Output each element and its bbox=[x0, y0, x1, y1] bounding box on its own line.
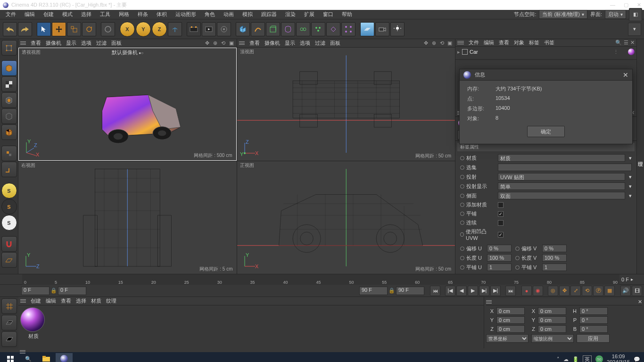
max-button[interactable]: ▢ bbox=[624, 2, 628, 8]
render-queue[interactable] bbox=[217, 22, 231, 36]
render-view[interactable] bbox=[202, 22, 216, 36]
sound-icon[interactable]: 🔊 bbox=[620, 286, 631, 296]
material-thumbnail[interactable]: 材质 bbox=[20, 307, 47, 346]
menu-tracker[interactable]: 跟踪器 bbox=[257, 10, 281, 19]
generator[interactable] bbox=[266, 22, 280, 36]
floor-obj[interactable] bbox=[360, 22, 374, 36]
viewport-solo[interactable] bbox=[1, 162, 17, 177]
film-icon[interactable]: 🎞 bbox=[632, 286, 642, 296]
apply-button[interactable]: 应用 bbox=[577, 334, 610, 343]
next-frame[interactable]: ▶| bbox=[479, 286, 489, 296]
tray-badge[interactable]: 50 bbox=[595, 355, 603, 362]
make-editable[interactable] bbox=[1, 40, 17, 56]
coord-space-select[interactable]: 世界坐标 bbox=[486, 334, 528, 343]
info-close-button[interactable]: ✕ bbox=[623, 71, 628, 79]
uv-mode[interactable] bbox=[1, 92, 17, 108]
menu-help[interactable]: 帮助 bbox=[338, 10, 356, 19]
time-from[interactable]: 0 F bbox=[58, 287, 86, 295]
viewport-right[interactable]: 右视图 YZ 网格间距 : 5 cm bbox=[18, 161, 237, 274]
grid-icon-3[interactable] bbox=[1, 331, 17, 347]
undo-button[interactable] bbox=[3, 22, 17, 36]
object-manager[interactable]: ▸ Car ⋮ bbox=[455, 47, 636, 60]
enable-axis[interactable] bbox=[1, 146, 17, 161]
visibility-dots[interactable]: ⋮ bbox=[613, 49, 619, 55]
time-end[interactable]: 90 F bbox=[396, 287, 424, 295]
prev-frame[interactable]: ◀ bbox=[456, 286, 467, 296]
timeline-ruler[interactable]: 051015202530354045505560657075808590 0 F… bbox=[0, 274, 644, 284]
layout-button[interactable]: ◧ bbox=[629, 8, 642, 21]
snap-s3[interactable]: S bbox=[1, 215, 17, 230]
menu-mode[interactable]: 模式 bbox=[58, 10, 76, 19]
menu-mesh[interactable]: 网格 bbox=[115, 10, 133, 19]
axis-x[interactable]: X bbox=[120, 22, 135, 37]
next-key[interactable]: ▶| bbox=[490, 286, 501, 296]
menu-tools[interactable]: 工具 bbox=[96, 10, 114, 19]
viewport-front[interactable]: 正视图 YX 网格间距 : 50 cm bbox=[237, 161, 455, 274]
texture-mode[interactable] bbox=[1, 76, 17, 92]
key-param[interactable]: Ⓟ bbox=[593, 286, 603, 296]
menu-animation[interactable]: 动画 bbox=[220, 10, 238, 19]
tray-clock[interactable]: 16:092024/3/15 bbox=[607, 354, 630, 362]
key-pla[interactable]: ▦ bbox=[604, 286, 615, 296]
viewport-top[interactable]: 顶视图 ZXY 网格间距 : 50 cm bbox=[237, 48, 455, 161]
menu-mograph[interactable]: 运动图形 bbox=[172, 10, 200, 19]
coord-scale-select[interactable]: 缩放比例 bbox=[531, 334, 574, 343]
axis-y[interactable]: Y bbox=[136, 22, 151, 37]
menu-render[interactable]: 渲染 bbox=[281, 10, 299, 19]
select-tool[interactable] bbox=[37, 22, 51, 36]
point-mode[interactable] bbox=[1, 108, 17, 124]
menu-select[interactable]: 选择 bbox=[77, 10, 95, 19]
tray-battery-icon[interactable]: 🔋 bbox=[572, 356, 579, 362]
menu-file[interactable]: 文件 bbox=[2, 10, 20, 19]
close-panel-icon[interactable]: ✕ bbox=[630, 40, 635, 46]
deformer[interactable] bbox=[281, 22, 295, 36]
tray-up-icon[interactable]: ˄ bbox=[557, 356, 560, 362]
time-start[interactable]: 0 F bbox=[21, 287, 50, 295]
snap-s2[interactable]: S bbox=[1, 199, 17, 214]
key-pos[interactable]: ✥ bbox=[559, 286, 570, 296]
camera-tool[interactable] bbox=[375, 22, 389, 36]
lock-start-icon[interactable]: 🔒 bbox=[50, 288, 57, 294]
filter-icon[interactable]: ☰ bbox=[624, 40, 628, 46]
autokey[interactable]: ◉ bbox=[533, 286, 543, 296]
model-mode[interactable] bbox=[1, 60, 17, 76]
vp-rotate-icon[interactable]: ⟲ bbox=[220, 40, 227, 47]
goto-end[interactable]: ⏭ bbox=[505, 286, 516, 296]
menu-extensions[interactable]: 扩展 bbox=[300, 10, 318, 19]
start-button[interactable] bbox=[2, 353, 19, 362]
search-icon[interactable]: 🔍 bbox=[615, 40, 622, 46]
palette-menu[interactable]: ▾ bbox=[628, 23, 641, 36]
field[interactable] bbox=[296, 22, 310, 36]
vp-pan-icon[interactable]: ✥ bbox=[204, 40, 211, 47]
camera-obj[interactable] bbox=[326, 22, 340, 36]
tray-notifications[interactable]: 💬 bbox=[634, 356, 640, 362]
key-rot[interactable]: ⟲ bbox=[582, 286, 592, 296]
key-selection[interactable]: ◎ bbox=[548, 286, 558, 296]
key-scale[interactable]: ⤢ bbox=[570, 286, 581, 296]
viewport-perspective[interactable]: 透视视图 默认摄像机 ●○ YXZ 网格间距 : 500 cm bbox=[18, 48, 237, 161]
grid-icon-2[interactable] bbox=[1, 315, 17, 330]
material-tag-icon[interactable] bbox=[628, 49, 635, 55]
magnet-tool[interactable] bbox=[1, 236, 17, 252]
prev-key[interactable]: |◀ bbox=[445, 286, 455, 296]
edge-mode[interactable] bbox=[1, 124, 17, 140]
axis-z[interactable]: Z bbox=[152, 22, 167, 37]
scale-tool[interactable] bbox=[67, 22, 81, 36]
record[interactable]: ● bbox=[521, 286, 532, 296]
right-tab-strip[interactable]: 纹理内容浏览器 bbox=[636, 39, 644, 274]
redo-button[interactable] bbox=[18, 22, 32, 36]
nodespace-combo[interactable]: 当前 (标准/物理)▾ bbox=[539, 10, 587, 19]
workplane[interactable] bbox=[1, 252, 17, 268]
taskbar-c4d[interactable] bbox=[56, 353, 73, 362]
menu-volume[interactable]: 体积 bbox=[153, 10, 171, 19]
lock-end-icon[interactable]: 🔒 bbox=[388, 288, 395, 294]
tray-cloud-icon[interactable]: ☁ bbox=[563, 356, 569, 362]
time-to[interactable]: 90 F bbox=[359, 287, 388, 295]
vp-max-icon[interactable]: ▣ bbox=[228, 40, 235, 47]
object-name[interactable]: Car bbox=[470, 49, 478, 55]
spline-primitive[interactable] bbox=[251, 22, 265, 36]
vp-zoom-icon[interactable]: ⊕ bbox=[212, 40, 219, 47]
grid-icon-1[interactable] bbox=[1, 298, 17, 314]
taskbar-explorer[interactable] bbox=[38, 353, 55, 362]
render-settings[interactable] bbox=[187, 22, 201, 36]
